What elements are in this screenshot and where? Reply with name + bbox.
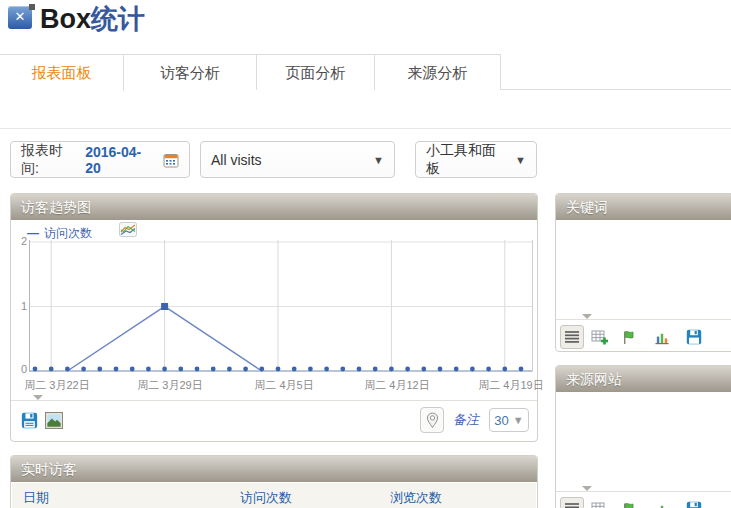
app-window: ✕ Box统计 Box统计 报表面板 访客分析 页面分析 来源分析 报表时间: … [0, 0, 731, 508]
row-limit-select[interactable]: 30 ▼ [489, 408, 529, 432]
table-view-icon[interactable] [560, 325, 584, 349]
column-header-visits[interactable]: 访问次数 [240, 489, 292, 507]
data-point-dot [114, 367, 119, 372]
bar-chart-view-icon[interactable] [650, 325, 674, 349]
data-point-dot [502, 367, 507, 372]
caret-down-icon: ▼ [515, 154, 526, 166]
data-point-dot [276, 367, 281, 372]
annotations-pin-button[interactable] [420, 407, 444, 433]
logo-notch [29, 4, 35, 10]
y-axis-tick: 1 [13, 300, 27, 312]
keywords-widget: 关键词 [555, 193, 731, 352]
data-point-dot [340, 367, 345, 372]
report-view-switcher [560, 323, 731, 351]
x-axis-tick: 周二 3月29日 [137, 378, 202, 393]
peak-marker [161, 303, 168, 310]
export-image-picture-icon[interactable] [45, 412, 63, 429]
row-limit-value: 30 [494, 413, 508, 428]
table-view-icon[interactable] [560, 497, 584, 508]
goal-flag-icon[interactable] [616, 325, 640, 349]
data-point-dot [211, 367, 216, 372]
y-axis-tick: 2 [13, 235, 27, 247]
data-point-dot [405, 367, 410, 372]
visitor-trend-widget: 访客趋势图 —访问次数 2 1 0 周二 3月22日 周二 3月29日 周二 4… [10, 193, 538, 442]
footer-expander-icon[interactable] [33, 395, 43, 400]
bar-chart-view-icon[interactable] [650, 497, 674, 508]
report-date-selector[interactable]: 报表时间: 2016-04-20 [10, 141, 190, 178]
widget-footer-divider [556, 491, 731, 492]
data-point-dot [259, 367, 264, 372]
export-data-floppy-icon[interactable] [21, 412, 38, 429]
report-date-value: 2016-04-20 [85, 144, 156, 176]
data-point-dot [486, 367, 491, 372]
widget-footer-divider [556, 319, 731, 320]
column-header-pageviews[interactable]: 浏览次数 [390, 489, 442, 507]
export-data-floppy-icon[interactable] [682, 325, 706, 349]
caret-down-icon: ▼ [513, 414, 524, 426]
column-header-date[interactable]: 日期 [23, 489, 49, 507]
y-axis-tick: 0 [13, 363, 27, 375]
data-point-dot [146, 367, 151, 372]
caret-down-icon: ▼ [373, 154, 384, 166]
x-axis-labels: 周二 3月22日 周二 3月29日 周二 4月5日 周二 4月12日 周二 4月… [29, 378, 535, 392]
tab-referrers[interactable]: 来源分析 [375, 54, 501, 90]
data-point-dot [162, 367, 167, 372]
data-point-dot [65, 367, 70, 372]
widgets-and-dashboard-button[interactable]: 小工具和面板 ▼ [415, 141, 537, 178]
tab-visitors[interactable]: 访客分析 [124, 54, 257, 90]
visitor-trend-widget-header[interactable]: 访客趋势图 [11, 194, 537, 220]
report-date-label: 报表时间: [21, 142, 80, 178]
data-point-dot [519, 367, 524, 372]
data-point-dot [243, 367, 248, 372]
x-axis-tick: 周二 4月19日 [478, 378, 543, 393]
footer-expander-icon[interactable] [582, 314, 592, 319]
report-view-switcher [560, 495, 731, 508]
all-columns-view-icon[interactable] [588, 325, 612, 349]
data-point-dot [227, 367, 232, 372]
segment-selector[interactable]: All visits ▼ [200, 141, 395, 178]
goal-flag-icon[interactable] [616, 497, 640, 508]
data-point-dot [33, 367, 38, 372]
visitor-trend-plot[interactable] [29, 238, 535, 378]
data-point-dot [421, 367, 426, 372]
referrer-websites-widget: 来源网站 [555, 365, 731, 508]
data-point-dot [195, 367, 200, 372]
data-point-dot [81, 367, 86, 372]
data-point-dot [292, 367, 297, 372]
visitor-trend-svg [29, 238, 535, 378]
visitor-trend-footer: 备注 30 ▼ [21, 405, 529, 435]
data-point-dot [49, 367, 54, 372]
export-data-floppy-icon[interactable] [682, 497, 706, 508]
map-pin-icon [426, 412, 439, 429]
logo-reflection: Box统计 [40, 17, 145, 30]
data-point-dot [389, 367, 394, 372]
x-axis-tick: 周二 4月12日 [364, 378, 429, 393]
subheader-divider [0, 128, 731, 129]
tab-dashboard[interactable]: 报表面板 [0, 54, 124, 91]
data-point-dot [178, 367, 183, 372]
data-point-dot [308, 367, 313, 372]
x-axis-tick: 周二 3月22日 [24, 378, 89, 393]
keywords-widget-header[interactable]: 关键词 [556, 194, 731, 220]
data-point-dot [97, 367, 102, 372]
realtime-table-header: 日期 访问次数 浏览次数 [12, 483, 536, 508]
all-columns-view-icon[interactable] [588, 497, 612, 508]
logo-x-mark-icon: ✕ [8, 6, 32, 29]
data-point-dot [373, 367, 378, 372]
referrers-widget-header[interactable]: 来源网站 [556, 366, 731, 392]
data-point-dot [357, 367, 362, 372]
data-point-dot [130, 367, 135, 372]
realtime-visitors-widget: 实时访客 日期 访问次数 浏览次数 [10, 455, 538, 508]
annotations-label[interactable]: 备注 [453, 411, 479, 429]
data-point-dot [324, 367, 329, 372]
calendar-icon [163, 152, 179, 168]
data-point-dot [470, 367, 475, 372]
footer-expander-icon[interactable] [582, 486, 592, 491]
x-axis-tick: 周二 4月5日 [254, 378, 313, 393]
data-point-dot [438, 367, 443, 372]
tab-pages[interactable]: 页面分析 [257, 54, 375, 90]
realtime-widget-header[interactable]: 实时访客 [11, 456, 537, 482]
data-point-dot [454, 367, 459, 372]
segment-selector-value: All visits [211, 152, 262, 168]
mini-line-chart-icon[interactable] [119, 222, 137, 237]
